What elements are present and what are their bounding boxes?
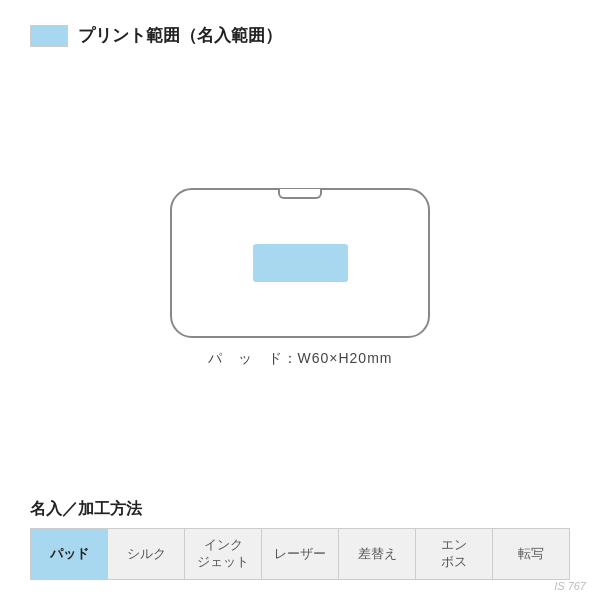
legend-label: プリント範囲（名入範囲）: [78, 24, 282, 47]
tab-inkjet[interactable]: インクジェット: [185, 529, 262, 579]
method-tabs: パッドシルクインクジェットレーザー差替えエンボス転写: [30, 528, 570, 580]
tab-silk[interactable]: シルク: [108, 529, 185, 579]
print-area-highlight: [253, 244, 348, 282]
tab-sasikae[interactable]: 差替え: [339, 529, 416, 579]
legend-color-box: [30, 25, 68, 47]
tab-tensha[interactable]: 転写: [493, 529, 569, 579]
dimension-label: パ ッ ド：W60×H20mm: [208, 350, 393, 368]
legend-row: プリント範囲（名入範囲）: [30, 24, 570, 47]
bottom-section: 名入／加工方法 パッドシルクインクジェットレーザー差替えエンボス転写: [30, 499, 570, 580]
tab-embo[interactable]: エンボス: [416, 529, 493, 579]
tab-laser[interactable]: レーザー: [262, 529, 339, 579]
tab-pad[interactable]: パッド: [31, 529, 108, 579]
method-title: 名入／加工方法: [30, 499, 570, 520]
device-shape: [170, 188, 430, 338]
diagram-area: パ ッ ド：W60×H20mm: [30, 77, 570, 479]
watermark-text: IS 767: [554, 580, 586, 592]
page: プリント範囲（名入範囲） パ ッ ド：W60×H20mm 名入／加工方法 パッド…: [0, 0, 600, 600]
